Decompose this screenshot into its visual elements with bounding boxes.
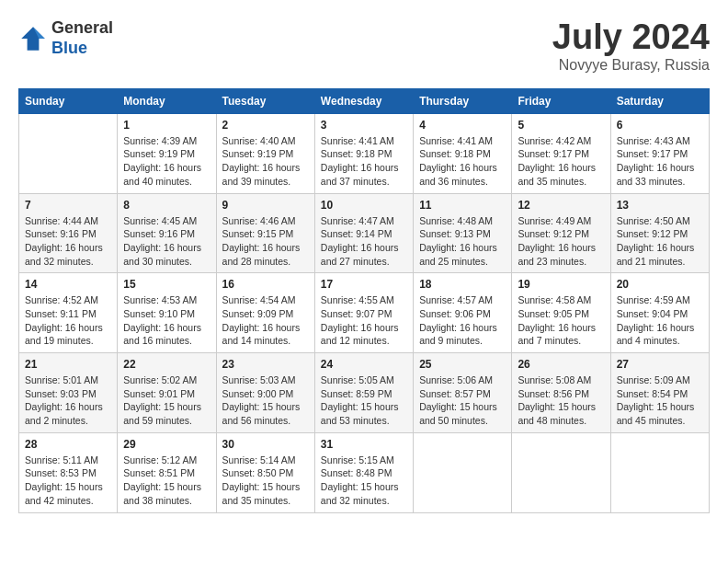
day-number: 30 bbox=[222, 438, 309, 451]
month-title: July 2024 bbox=[552, 18, 710, 57]
weekday-header-tuesday: Tuesday bbox=[216, 88, 314, 113]
day-info: Sunrise: 4:58 AM Sunset: 9:05 PM Dayligh… bbox=[518, 293, 604, 348]
calendar-cell: 2Sunrise: 4:40 AM Sunset: 9:19 PM Daylig… bbox=[216, 113, 314, 193]
day-number: 25 bbox=[419, 358, 506, 371]
calendar-cell: 26Sunrise: 5:08 AM Sunset: 8:56 PM Dayli… bbox=[512, 353, 610, 433]
day-info: Sunrise: 5:01 AM Sunset: 9:03 PM Dayligh… bbox=[25, 373, 111, 428]
day-number: 14 bbox=[25, 278, 111, 291]
day-number: 28 bbox=[25, 438, 111, 451]
week-row-1: 1Sunrise: 4:39 AM Sunset: 9:19 PM Daylig… bbox=[19, 113, 710, 193]
calendar-cell bbox=[512, 432, 610, 512]
week-row-2: 7Sunrise: 4:44 AM Sunset: 9:16 PM Daylig… bbox=[19, 193, 710, 273]
day-info: Sunrise: 5:09 AM Sunset: 8:54 PM Dayligh… bbox=[617, 373, 703, 428]
day-number: 27 bbox=[617, 358, 703, 371]
day-info: Sunrise: 4:54 AM Sunset: 9:09 PM Dayligh… bbox=[222, 293, 309, 348]
day-info: Sunrise: 4:48 AM Sunset: 9:13 PM Dayligh… bbox=[419, 214, 506, 269]
logo: General Blue bbox=[18, 18, 113, 58]
day-info: Sunrise: 4:52 AM Sunset: 9:11 PM Dayligh… bbox=[25, 293, 111, 348]
logo-text: General Blue bbox=[51, 18, 113, 58]
weekday-header-saturday: Saturday bbox=[610, 88, 709, 113]
day-number: 8 bbox=[123, 199, 210, 212]
calendar-cell bbox=[414, 432, 512, 512]
day-info: Sunrise: 4:43 AM Sunset: 9:17 PM Dayligh… bbox=[617, 134, 703, 189]
day-info: Sunrise: 4:46 AM Sunset: 9:15 PM Dayligh… bbox=[222, 214, 309, 269]
day-info: Sunrise: 4:39 AM Sunset: 9:19 PM Dayligh… bbox=[123, 134, 210, 189]
calendar-cell: 15Sunrise: 4:53 AM Sunset: 9:10 PM Dayli… bbox=[118, 273, 216, 353]
day-info: Sunrise: 4:59 AM Sunset: 9:04 PM Dayligh… bbox=[617, 293, 703, 348]
week-row-5: 28Sunrise: 5:11 AM Sunset: 8:53 PM Dayli… bbox=[19, 432, 710, 512]
day-number: 15 bbox=[123, 278, 210, 291]
calendar-cell: 31Sunrise: 5:15 AM Sunset: 8:48 PM Dayli… bbox=[314, 432, 413, 512]
calendar-cell: 6Sunrise: 4:43 AM Sunset: 9:17 PM Daylig… bbox=[610, 113, 709, 193]
day-info: Sunrise: 4:40 AM Sunset: 9:19 PM Dayligh… bbox=[222, 134, 309, 189]
title-block: July 2024 Novyye Burasy, Russia bbox=[552, 18, 710, 74]
weekday-header-thursday: Thursday bbox=[414, 88, 512, 113]
calendar-cell: 22Sunrise: 5:02 AM Sunset: 9:01 PM Dayli… bbox=[118, 353, 216, 433]
day-number: 19 bbox=[518, 278, 604, 291]
calendar-cell: 16Sunrise: 4:54 AM Sunset: 9:09 PM Dayli… bbox=[216, 273, 314, 353]
logo-icon bbox=[18, 24, 48, 53]
calendar-table: SundayMondayTuesdayWednesdayThursdayFrid… bbox=[18, 88, 710, 513]
calendar-cell: 3Sunrise: 4:41 AM Sunset: 9:18 PM Daylig… bbox=[314, 113, 413, 193]
calendar-cell: 20Sunrise: 4:59 AM Sunset: 9:04 PM Dayli… bbox=[610, 273, 709, 353]
day-info: Sunrise: 4:49 AM Sunset: 9:12 PM Dayligh… bbox=[518, 214, 604, 269]
calendar-cell: 9Sunrise: 4:46 AM Sunset: 9:15 PM Daylig… bbox=[216, 193, 314, 273]
day-number: 21 bbox=[25, 358, 111, 371]
calendar-cell: 21Sunrise: 5:01 AM Sunset: 9:03 PM Dayli… bbox=[19, 353, 118, 433]
day-number: 10 bbox=[321, 199, 407, 212]
weekday-header-friday: Friday bbox=[512, 88, 610, 113]
logo-blue: Blue bbox=[51, 39, 87, 57]
calendar-cell: 28Sunrise: 5:11 AM Sunset: 8:53 PM Dayli… bbox=[19, 432, 118, 512]
day-info: Sunrise: 4:44 AM Sunset: 9:16 PM Dayligh… bbox=[25, 214, 111, 269]
day-info: Sunrise: 4:53 AM Sunset: 9:10 PM Dayligh… bbox=[123, 293, 210, 348]
day-info: Sunrise: 4:57 AM Sunset: 9:06 PM Dayligh… bbox=[419, 293, 506, 348]
day-number: 9 bbox=[222, 199, 309, 212]
day-info: Sunrise: 5:08 AM Sunset: 8:56 PM Dayligh… bbox=[518, 373, 604, 428]
location: Novyye Burasy, Russia bbox=[552, 57, 710, 74]
weekday-header-row: SundayMondayTuesdayWednesdayThursdayFrid… bbox=[19, 88, 710, 113]
calendar-cell: 25Sunrise: 5:06 AM Sunset: 8:57 PM Dayli… bbox=[414, 353, 512, 433]
calendar-cell: 24Sunrise: 5:05 AM Sunset: 8:59 PM Dayli… bbox=[314, 353, 413, 433]
day-number: 18 bbox=[419, 278, 506, 291]
logo-general: General bbox=[51, 18, 113, 37]
day-info: Sunrise: 4:42 AM Sunset: 9:17 PM Dayligh… bbox=[518, 134, 604, 189]
day-number: 2 bbox=[222, 119, 309, 132]
week-row-3: 14Sunrise: 4:52 AM Sunset: 9:11 PM Dayli… bbox=[19, 273, 710, 353]
calendar-cell: 8Sunrise: 4:45 AM Sunset: 9:16 PM Daylig… bbox=[118, 193, 216, 273]
day-info: Sunrise: 4:55 AM Sunset: 9:07 PM Dayligh… bbox=[321, 293, 407, 348]
page-header: General Blue July 2024 Novyye Burasy, Ru… bbox=[18, 18, 710, 74]
day-info: Sunrise: 5:05 AM Sunset: 8:59 PM Dayligh… bbox=[321, 373, 407, 428]
calendar-cell: 1Sunrise: 4:39 AM Sunset: 9:19 PM Daylig… bbox=[118, 113, 216, 193]
day-number: 29 bbox=[123, 438, 210, 451]
day-info: Sunrise: 4:45 AM Sunset: 9:16 PM Dayligh… bbox=[123, 214, 210, 269]
calendar-cell: 19Sunrise: 4:58 AM Sunset: 9:05 PM Dayli… bbox=[512, 273, 610, 353]
day-number: 23 bbox=[222, 358, 309, 371]
calendar-cell: 12Sunrise: 4:49 AM Sunset: 9:12 PM Dayli… bbox=[512, 193, 610, 273]
calendar-cell bbox=[610, 432, 709, 512]
day-number: 3 bbox=[321, 119, 407, 132]
day-number: 24 bbox=[321, 358, 407, 371]
day-number: 17 bbox=[321, 278, 407, 291]
day-info: Sunrise: 5:12 AM Sunset: 8:51 PM Dayligh… bbox=[123, 454, 210, 508]
calendar-cell: 11Sunrise: 4:48 AM Sunset: 9:13 PM Dayli… bbox=[414, 193, 512, 273]
day-info: Sunrise: 5:11 AM Sunset: 8:53 PM Dayligh… bbox=[25, 454, 111, 508]
day-info: Sunrise: 4:50 AM Sunset: 9:12 PM Dayligh… bbox=[617, 214, 703, 269]
day-info: Sunrise: 5:02 AM Sunset: 9:01 PM Dayligh… bbox=[123, 373, 210, 428]
calendar-cell: 5Sunrise: 4:42 AM Sunset: 9:17 PM Daylig… bbox=[512, 113, 610, 193]
week-row-4: 21Sunrise: 5:01 AM Sunset: 9:03 PM Dayli… bbox=[19, 353, 710, 433]
calendar-cell: 27Sunrise: 5:09 AM Sunset: 8:54 PM Dayli… bbox=[610, 353, 709, 433]
day-number: 7 bbox=[25, 199, 111, 212]
day-number: 4 bbox=[419, 119, 506, 132]
day-number: 6 bbox=[617, 119, 703, 132]
day-number: 5 bbox=[518, 119, 604, 132]
calendar-cell: 7Sunrise: 4:44 AM Sunset: 9:16 PM Daylig… bbox=[19, 193, 118, 273]
day-number: 13 bbox=[617, 199, 703, 212]
calendar-cell: 13Sunrise: 4:50 AM Sunset: 9:12 PM Dayli… bbox=[610, 193, 709, 273]
day-info: Sunrise: 4:47 AM Sunset: 9:14 PM Dayligh… bbox=[321, 214, 407, 269]
calendar-cell: 30Sunrise: 5:14 AM Sunset: 8:50 PM Dayli… bbox=[216, 432, 314, 512]
calendar-cell: 10Sunrise: 4:47 AM Sunset: 9:14 PM Dayli… bbox=[314, 193, 413, 273]
calendar-cell: 23Sunrise: 5:03 AM Sunset: 9:00 PM Dayli… bbox=[216, 353, 314, 433]
day-info: Sunrise: 5:14 AM Sunset: 8:50 PM Dayligh… bbox=[222, 454, 309, 508]
calendar-cell: 4Sunrise: 4:41 AM Sunset: 9:18 PM Daylig… bbox=[414, 113, 512, 193]
weekday-header-monday: Monday bbox=[118, 88, 216, 113]
